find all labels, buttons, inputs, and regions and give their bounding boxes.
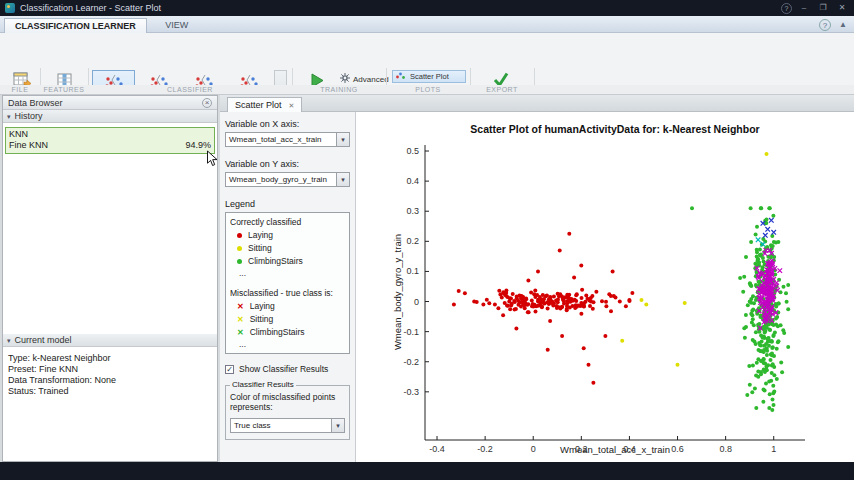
scatter-plot-canvas[interactable]: -0.4-0.200.20.40.60.81-0.3-0.2-0.100.10.…	[356, 112, 854, 462]
plot-label: Scatter Plot	[410, 72, 449, 81]
dropdown-arrow-icon	[336, 173, 349, 186]
collapse-arrow-icon	[7, 335, 11, 345]
svg-text:-0.3: -0.3	[403, 387, 419, 397]
svg-text:-0.2: -0.2	[403, 357, 419, 367]
history-item-preset: Fine KNN	[9, 140, 48, 151]
legend-item: Laying	[237, 301, 345, 311]
svg-text:-0.4: -0.4	[429, 444, 445, 454]
mouse-cursor	[206, 150, 218, 167]
tab-label: Scatter Plot	[235, 100, 282, 110]
history-list: KNN Fine KNN 94.9%	[3, 123, 217, 334]
current-model-type: Type: k-Nearest Neighbor	[8, 353, 212, 364]
true-class-dropdown[interactable]: True class	[230, 418, 345, 433]
minimize-ribbon-icon[interactable]: ▲	[837, 19, 849, 31]
minimize-icon[interactable]: –	[797, 2, 811, 14]
svg-text:0.3: 0.3	[406, 206, 419, 216]
current-model-preset: Preset: Fine KNN	[8, 364, 212, 375]
svg-text:0.4: 0.4	[623, 444, 636, 454]
window-title: Classification Learner - Scatter Plot	[20, 3, 161, 13]
true-class-value: True class	[231, 419, 331, 432]
title-bar: Classification Learner - Scatter Plot ? …	[0, 0, 854, 16]
data-browser-panel: Data Browser × History KNN Fine KNN 94.9…	[2, 95, 218, 462]
current-model-title: Current model	[15, 335, 72, 345]
svg-text:-0.2: -0.2	[477, 444, 493, 454]
close-icon[interactable]: ✕	[835, 2, 849, 14]
legend-item: Sitting	[237, 243, 345, 253]
classifier-results-legend: Classifier Results	[230, 380, 296, 390]
checkbox-checked-icon[interactable]: ✓	[225, 365, 234, 374]
svg-text:0: 0	[414, 297, 419, 307]
section-file: FILE	[0, 85, 40, 94]
advanced-label: Advanced	[353, 75, 389, 84]
advanced-button[interactable]: Advanced	[337, 72, 392, 86]
legend-item: ClimbingStairs	[237, 256, 345, 266]
x-axis-value: Wmean_total_acc_x_train	[226, 133, 336, 146]
collapse-arrow-icon	[7, 111, 11, 121]
color-of-misclassified-label: Color of misclassified points represents…	[230, 392, 345, 412]
dot-marker-icon	[237, 259, 242, 264]
document-area: Scatter Plot Variable on X axis: Wmean_t…	[220, 95, 854, 462]
close-tab-icon[interactable]	[289, 100, 295, 110]
section-features: FEATURES	[40, 85, 88, 94]
tab-view[interactable]: VIEW	[155, 18, 198, 33]
classifier-results-groupbox: Classifier Results Color of misclassifie…	[225, 380, 350, 440]
current-model-transform: Data Transformation: None	[8, 375, 212, 386]
data-browser-title: Data Browser	[8, 98, 63, 108]
legend-item: ClimbingStairs	[237, 327, 345, 337]
panel-menu-icon[interactable]: ×	[202, 98, 212, 108]
x-marker-icon	[237, 303, 244, 310]
y-axis-dropdown[interactable]: Wmean_body_gyro_y_train	[225, 172, 350, 187]
dropdown-arrow-icon	[336, 133, 349, 146]
svg-text:0.4: 0.4	[406, 176, 419, 186]
current-model-section-header[interactable]: Current model	[3, 334, 217, 347]
section-classifier: CLASSIFIER	[88, 85, 292, 94]
scatter-plot-icon	[395, 71, 406, 82]
status-bar	[0, 462, 854, 480]
gear-icon	[340, 73, 350, 85]
ribbon-help-icon[interactable]: ?	[819, 19, 831, 31]
legend-box: Correctly classified Laying Sitting Clim…	[225, 212, 350, 354]
show-classifier-results-label: Show Classifier Results	[239, 364, 328, 374]
current-model-status: Status: Trained	[8, 386, 212, 397]
legend-title: Legend	[225, 199, 350, 209]
history-section-header[interactable]: History	[3, 110, 217, 123]
plot-controls-panel: Variable on X axis: Wmean_total_acc_x_tr…	[220, 112, 356, 462]
x-marker-icon	[237, 316, 244, 323]
y-axis-value: Wmean_body_gyro_y_train	[226, 173, 336, 186]
maximize-icon[interactable]: ❐	[816, 2, 830, 14]
svg-text:0.2: 0.2	[406, 236, 419, 246]
history-title: History	[15, 111, 43, 121]
svg-text:1: 1	[771, 444, 776, 454]
section-training: TRAINING	[292, 85, 386, 94]
ribbon-tab-bar: CLASSIFICATION LEARNER VIEW ? ▲	[0, 16, 854, 33]
scatter-plot-toggle[interactable]: Scatter Plot	[392, 70, 466, 83]
help-icon[interactable]: ?	[781, 3, 792, 14]
correctly-classified-heading: Correctly classified	[230, 217, 345, 227]
scatter-plot-chart: Scatter Plot of humanActivityData for: k…	[356, 112, 854, 462]
legend-item: Laying	[237, 230, 345, 240]
ribbon-toolbar: Import Data Feature Selection Fine KNN M…	[0, 33, 854, 85]
x-axis-dropdown[interactable]: Wmean_total_acc_x_train	[225, 132, 350, 147]
svg-text:0.8: 0.8	[719, 444, 732, 454]
svg-text:0.2: 0.2	[575, 444, 588, 454]
tab-classification-learner[interactable]: CLASSIFICATION LEARNER	[4, 18, 147, 33]
svg-text:0: 0	[531, 444, 536, 454]
history-item-model: KNN	[9, 129, 211, 140]
x-axis-label: Variable on X axis:	[225, 119, 350, 129]
svg-text:-0.1: -0.1	[403, 327, 419, 337]
document-tab-bar: Scatter Plot	[220, 95, 854, 112]
legend-ellipsis: ...	[239, 339, 345, 349]
dot-marker-icon	[237, 233, 242, 238]
history-item-selected[interactable]: KNN Fine KNN 94.9%	[5, 127, 215, 154]
dropdown-arrow-icon	[331, 419, 344, 432]
app-window: Classification Learner - Scatter Plot ? …	[0, 0, 854, 480]
legend-ellipsis: ...	[239, 268, 345, 278]
legend-item: Sitting	[237, 314, 345, 324]
x-marker-icon	[237, 329, 244, 336]
app-icon	[5, 3, 15, 13]
misclassified-heading: Misclassified - true class is:	[230, 288, 345, 298]
dot-marker-icon	[237, 246, 242, 251]
show-classifier-results-row[interactable]: ✓ Show Classifier Results	[225, 364, 350, 374]
tab-scatter-plot[interactable]: Scatter Plot	[227, 97, 302, 112]
svg-text:0.5: 0.5	[406, 146, 419, 156]
